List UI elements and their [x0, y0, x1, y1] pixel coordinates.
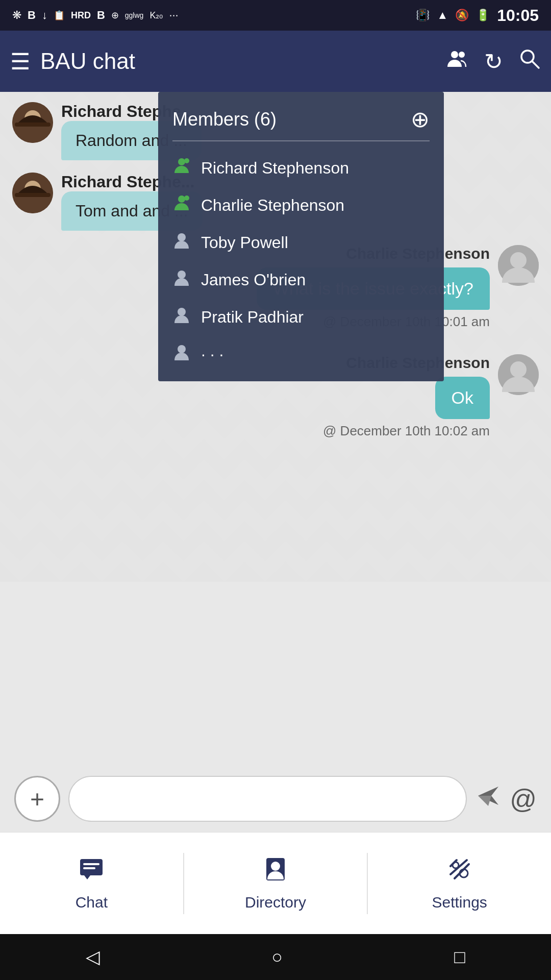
at-icon[interactable]: @ [510, 783, 537, 814]
nav-item-directory[interactable]: Directory [184, 846, 367, 921]
refresh-icon[interactable]: ↻ [484, 48, 503, 75]
message-timestamp-1: @ December 10th 10:02 am [323, 423, 490, 439]
avatar-2 [12, 173, 53, 213]
home-button[interactable]: ○ [271, 946, 283, 968]
status-time: 10:05 [497, 6, 539, 25]
send-icon[interactable] [475, 782, 502, 815]
svg-rect-9 [15, 193, 51, 197]
members-add-icon[interactable]: ⊕ [411, 106, 430, 132]
member-icon-5 [172, 343, 191, 366]
svg-point-11 [184, 158, 189, 163]
avatar-1 [12, 102, 53, 143]
svg-point-0 [451, 51, 458, 58]
nav-label-chat: Chat [76, 894, 108, 911]
svg-point-16 [178, 308, 186, 316]
app-header: ☰ BAU chat ↻ [0, 31, 551, 92]
system-nav-bar: ◁ ○ □ [0, 934, 551, 980]
svg-rect-23 [83, 863, 99, 865]
input-bar: + @ [0, 766, 551, 832]
svg-point-21 [510, 361, 527, 378]
members-title: Members (6) [172, 109, 277, 130]
member-icon-2 [172, 231, 191, 254]
members-panel: Members (6) ⊕ Richard Stephenson [158, 92, 444, 381]
member-row-3[interactable]: James O'brien [158, 261, 444, 299]
member-row-1[interactable]: Charlie Stephenson [158, 187, 444, 224]
svg-point-19 [510, 252, 527, 268]
svg-point-13 [184, 195, 189, 201]
svg-rect-24 [83, 867, 95, 869]
message-bubble-1: Ok [435, 377, 490, 419]
svg-point-17 [178, 345, 186, 353]
header-actions: ↻ [446, 47, 541, 75]
member-icon-3 [172, 268, 191, 291]
chat-area: Richard Stephe... Random and ... Richard… [0, 92, 551, 582]
member-row-5[interactable]: · · · [158, 336, 444, 373]
app-title: BAU chat [40, 48, 436, 74]
avatar-charlie-1 [498, 354, 539, 395]
svg-line-3 [532, 61, 539, 68]
svg-point-12 [178, 195, 185, 203]
member-row-4[interactable]: Pratik Padhiar [158, 299, 444, 336]
message-input[interactable] [68, 776, 467, 822]
directory-nav-icon [262, 856, 289, 889]
avatar-charlie-0 [498, 245, 539, 286]
member-row-0[interactable]: Richard Stephenson [158, 150, 444, 187]
nav-label-settings: Settings [432, 894, 487, 911]
members-header: Members (6) ⊕ [158, 92, 444, 140]
member-name-5: · · · [201, 345, 223, 364]
status-bar-left-icons: ❋ B ↓ 📋 HRD B ⊕ gglwg K₂₀ ··· [12, 9, 179, 22]
plus-icon: + [30, 785, 44, 813]
member-icon-1 [172, 194, 191, 217]
settings-nav-icon [446, 856, 473, 889]
menu-icon[interactable]: ☰ [10, 48, 30, 75]
member-name-0: Richard Stephenson [201, 159, 349, 178]
search-icon[interactable] [518, 47, 541, 75]
chat-nav-icon [78, 856, 105, 889]
svg-point-1 [459, 52, 465, 58]
svg-rect-6 [15, 122, 51, 127]
member-name-2: Toby Powell [201, 233, 288, 252]
members-divider [172, 140, 430, 141]
member-name-3: James O'brien [201, 271, 306, 289]
recent-button[interactable]: □ [454, 946, 465, 968]
nav-item-chat[interactable]: Chat [0, 846, 183, 921]
nav-item-settings[interactable]: Settings [368, 846, 551, 921]
member-name-4: Pratik Padhiar [201, 308, 304, 327]
member-icon-0 [172, 157, 191, 180]
status-bar-right-icons: 📳 ▲ 🔕 🔋 10:05 [416, 6, 539, 25]
svg-point-26 [271, 862, 280, 871]
member-icon-4 [172, 306, 191, 329]
member-name-1: Charlie Stephenson [201, 196, 344, 215]
svg-point-10 [178, 158, 185, 165]
people-icon[interactable] [446, 47, 469, 75]
bottom-nav: Chat Directory Settings [0, 832, 551, 934]
svg-point-14 [178, 233, 186, 241]
nav-label-directory: Directory [245, 894, 306, 911]
add-attachment-button[interactable]: + [14, 776, 60, 822]
svg-point-15 [178, 271, 186, 279]
back-button[interactable]: ◁ [86, 946, 100, 968]
status-bar: ❋ B ↓ 📋 HRD B ⊕ gglwg K₂₀ ··· 📳 ▲ 🔕 🔋 10… [0, 0, 551, 31]
svg-point-28 [453, 862, 459, 868]
member-row-2[interactable]: Toby Powell [158, 224, 444, 261]
